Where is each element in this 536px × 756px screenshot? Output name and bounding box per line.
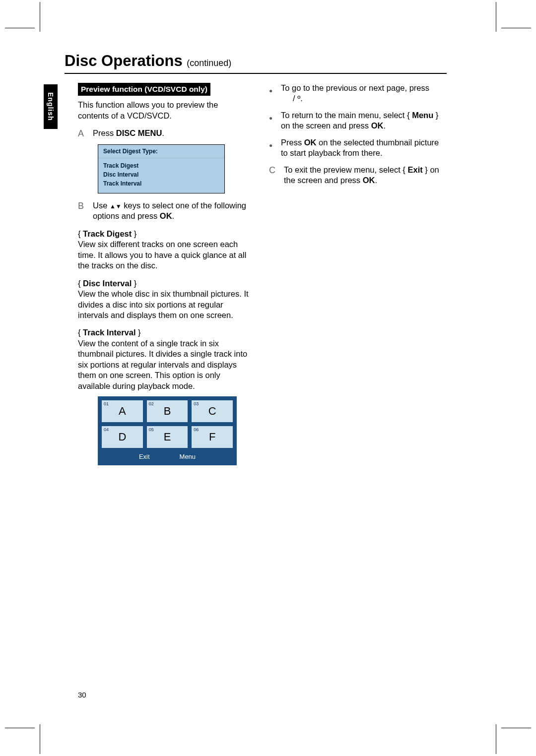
language-label: English [47, 92, 55, 121]
thumb-number: 03 [194, 401, 199, 407]
step-body: To exit the preview menu, select { Exit … [284, 165, 440, 186]
thumb-letter: B [164, 404, 171, 419]
bullet-icon [269, 137, 276, 159]
thumbnail: 01A [102, 400, 143, 422]
step-b: B Use keys to select one of the followin… [78, 200, 249, 222]
bullet-body: Press OK on the selected thumbnail pictu… [281, 137, 440, 159]
thumb-menu-bar: Exit Menu [102, 452, 233, 465]
bullet-press-ok: Press OK on the selected thumbnail pictu… [269, 137, 440, 159]
down-arrow-icon [116, 201, 122, 210]
right-column: To go to the previous or next page, pres… [269, 83, 440, 465]
text: . [300, 94, 303, 103]
step-c: C To exit the preview menu, select { Exi… [269, 165, 440, 186]
crop-mark [5, 28, 35, 28]
step-body: Press DISC MENU. [93, 128, 249, 139]
exit-label: Exit [407, 165, 422, 174]
step-label: C [269, 165, 279, 186]
text: Use [93, 201, 110, 210]
bullet-icon [269, 83, 276, 104]
crop-mark [501, 28, 531, 28]
exit-label: Exit [139, 453, 150, 461]
ok-label: OK [160, 211, 172, 220]
thumb-number: 02 [149, 401, 154, 407]
two-column-layout: Preview function (VCD/SVCD only) This fu… [65, 83, 447, 465]
thumb-letter: E [164, 430, 171, 444]
option-track-interval: { Track Interval } View the content of a… [78, 327, 249, 391]
menu-label: Menu [180, 453, 196, 461]
option-desc: View six different tracks on one screen … [78, 239, 249, 271]
intro-text: This function allows you to preview the … [78, 100, 249, 121]
thumbnail: 03C [192, 400, 233, 422]
thumb-number: 05 [149, 427, 154, 433]
thumb-letter: C [208, 404, 216, 419]
thumb-number: 04 [104, 427, 109, 433]
crop-mark [501, 728, 531, 728]
option-name: Disc Interval [83, 279, 132, 288]
left-column: Preview function (VCD/SVCD only) This fu… [78, 83, 249, 465]
text: Press [281, 138, 304, 147]
digest-menu-title: Select Digest Type: [98, 145, 224, 158]
menu-label: Menu [412, 111, 433, 120]
option-desc: View the whole disc in six thumbnail pic… [78, 289, 249, 320]
thumb-letter: F [209, 430, 215, 444]
option-track-digest: { Track Digest } View six different trac… [78, 229, 249, 271]
text: To return to the main menu, select { [281, 111, 412, 120]
bullet-icon [269, 110, 276, 131]
section-header: Preview function (VCD/SVCD only) [78, 83, 210, 96]
bullet-return-menu: To return to the main menu, select { Men… [269, 110, 440, 131]
step-label: A [78, 128, 88, 139]
option-disc-interval: { Disc Interval } View the whole disc in… [78, 278, 249, 321]
option-desc: View the content of a single track in si… [78, 338, 249, 391]
crop-mark [496, 2, 496, 32]
digest-menu-items: Track Digest Disc Interval Track Interva… [98, 158, 224, 193]
title-main: Disc Operations [65, 52, 183, 69]
thumbnail-preview-grid: 01A 02B 03C 04D 05E 06F Exit Menu [98, 396, 237, 465]
thumbnail: 06F [192, 426, 233, 448]
step-body: Use keys to select one of the following … [93, 200, 249, 222]
text: Press [93, 128, 116, 137]
page-number: 30 [78, 691, 86, 699]
thumb-letter: A [119, 404, 126, 419]
option-name: Track Interval [83, 328, 135, 337]
prev-next-icon [293, 94, 300, 103]
thumbnail: 02B [147, 400, 188, 422]
text: . [162, 128, 164, 137]
thumb-row: 04D 05E 06F [102, 426, 233, 448]
text: To go to the previous or next page, pres… [281, 83, 429, 92]
thumb-number: 01 [104, 401, 109, 407]
bullet-body: To go to the previous or next page, pres… [281, 83, 440, 104]
crop-mark [40, 2, 40, 32]
text: To exit the preview menu, select { [284, 165, 407, 174]
text: . [375, 176, 377, 185]
digest-item: Track Digest [103, 161, 219, 170]
thumb-row: 01A 02B 03C [102, 400, 233, 422]
ok-label: OK [371, 121, 384, 130]
language-tab: English [44, 84, 58, 129]
page-title: Disc Operations (continued) [65, 52, 447, 74]
option-name: Track Digest [83, 229, 132, 238]
digest-item: Disc Interval [103, 170, 219, 179]
digest-type-menu: Select Digest Type: Track Digest Disc In… [98, 144, 225, 193]
digest-item: Track Interval [103, 179, 219, 188]
disc-menu-button-label: DISC MENU [116, 128, 162, 137]
thumb-number: 06 [194, 427, 199, 433]
thumb-letter: D [118, 430, 126, 444]
step-label: B [78, 200, 88, 222]
bullet-prev-next: To go to the previous or next page, pres… [269, 83, 440, 104]
thumbnail: 04D [102, 426, 143, 448]
manual-page: English Disc Operations (continued) Prev… [0, 0, 536, 756]
ok-label: OK [304, 138, 317, 147]
text: . [172, 211, 175, 220]
step-a: A Press DISC MENU. [78, 128, 249, 139]
title-sub: (continued) [187, 58, 231, 68]
thumbnail: 05E [147, 426, 188, 448]
bullet-body: To return to the main menu, select { Men… [281, 110, 440, 131]
text: . [383, 121, 386, 130]
up-arrow-icon [110, 201, 116, 210]
crop-mark [496, 724, 496, 754]
ok-label: OK [363, 176, 375, 185]
crop-mark [5, 728, 35, 728]
content-area: Disc Operations (continued) Preview func… [65, 52, 447, 465]
crop-mark [40, 724, 40, 754]
